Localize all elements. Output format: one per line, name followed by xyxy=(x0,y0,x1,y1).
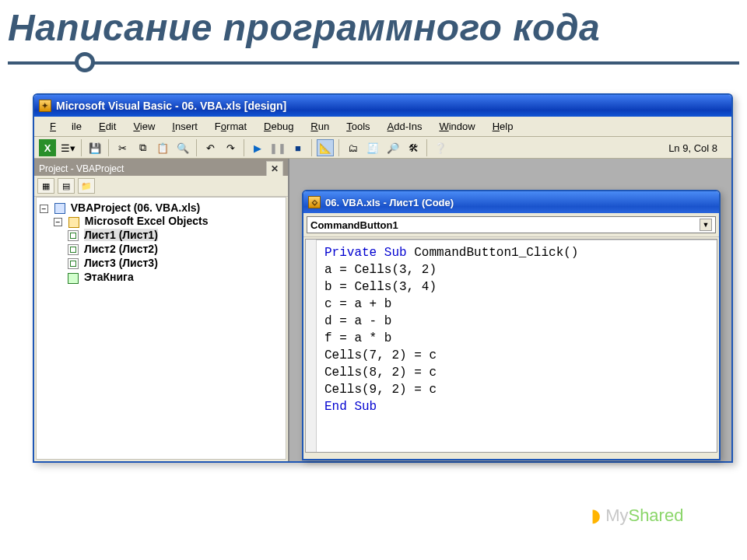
chevron-down-icon[interactable]: ▼ xyxy=(700,219,712,231)
collapse-icon[interactable]: − xyxy=(54,218,62,226)
cut-icon[interactable]: ✂ xyxy=(114,139,131,156)
menu-file[interactable]: File xyxy=(42,119,89,134)
find-icon[interactable]: 🔍 xyxy=(174,139,191,156)
project-explorer-icon[interactable]: 🗂 xyxy=(344,139,361,156)
code-header-row: CommandButton1 ▼ xyxy=(303,213,719,237)
tree-node-sheet3[interactable]: Лист3 (Лист3) xyxy=(68,256,284,270)
tree-project-root[interactable]: − VBAProject (06. VBA.xls) − Microsoft E… xyxy=(40,201,284,286)
sheet-icon xyxy=(68,230,79,241)
paste-icon[interactable]: 📋 xyxy=(154,139,171,156)
menu-edit[interactable]: Edit xyxy=(91,119,124,134)
code-window: ◇ 06. VBA.xls - Лист1 (Code) CommandButt… xyxy=(302,190,721,460)
project-panel: Project - VBAProject ✕ ▦ ▤ 📁 − VBAProjec… xyxy=(34,159,289,461)
code-window-icon: ◇ xyxy=(308,196,321,208)
menu-tools[interactable]: Tools xyxy=(338,119,377,134)
menubar: File Edit View Insert Format Debug Run T… xyxy=(34,117,731,137)
tree-group-objects[interactable]: − Microsoft Excel Objects Лист1 (Лист1) xyxy=(54,214,284,285)
project-panel-toolbar: ▦ ▤ 📁 xyxy=(34,176,288,197)
stop-icon[interactable]: ■ xyxy=(289,139,307,156)
menu-format[interactable]: Format xyxy=(207,119,254,134)
design-mode-icon[interactable]: 📐 xyxy=(317,139,334,156)
view-code-icon[interactable]: ▦ xyxy=(37,178,54,194)
view-object-icon[interactable]: ▤ xyxy=(58,178,75,194)
vbe-titlebar[interactable]: ✦ Microsoft Visual Basic - 06. VBA.xls [… xyxy=(34,95,731,117)
folder-icon xyxy=(68,217,79,228)
code-area[interactable]: Private Sub CommandButton1_Click()a = Ce… xyxy=(305,239,717,453)
code-margin xyxy=(306,240,317,452)
collapse-icon[interactable]: − xyxy=(40,205,48,213)
menu-view[interactable]: View xyxy=(125,119,163,134)
undo-icon[interactable]: ↶ xyxy=(202,139,219,156)
tree-node-sheet1[interactable]: Лист1 (Лист1) xyxy=(68,228,284,242)
object-dropdown[interactable]: CommandButton1 ▼ xyxy=(307,216,716,233)
pause-icon[interactable]: ❚❚ xyxy=(269,139,286,156)
project-panel-title[interactable]: Project - VBAProject ✕ xyxy=(34,159,288,176)
slide-rule-dot xyxy=(75,52,95,72)
close-icon[interactable]: ✕ xyxy=(266,161,283,177)
code-window-title: 06. VBA.xls - Лист1 (Code) xyxy=(325,197,454,208)
tree-node-thisworkbook[interactable]: ЭтаКнига xyxy=(68,270,284,284)
object-dropdown-value: CommandButton1 xyxy=(310,219,398,231)
project-icon xyxy=(54,203,65,214)
toolbar: X ☰▾ 💾 ✂ ⧉ 📋 🔍 ↶ ↷ ▶ ❚❚ ■ 📐 🗂 🧾 🔎 🛠 ❔ Ln… xyxy=(34,137,731,159)
vbe-title-text: Microsoft Visual Basic - 06. VBA.xls [de… xyxy=(56,100,286,112)
properties-icon[interactable]: 🧾 xyxy=(364,139,381,156)
toolbox-icon[interactable]: 🛠 xyxy=(405,139,422,156)
insert-icon[interactable]: ☰▾ xyxy=(59,139,76,156)
menu-insert[interactable]: Insert xyxy=(164,119,205,134)
folder-view-icon[interactable]: 📁 xyxy=(78,178,95,194)
watermark: ◗ MyShared xyxy=(591,506,683,526)
copy-icon[interactable]: ⧉ xyxy=(134,139,151,156)
sheet-icon xyxy=(68,244,79,255)
vbe-app-icon: ✦ xyxy=(39,100,51,112)
menu-addins[interactable]: Add-Ins xyxy=(380,119,430,134)
slide-rule xyxy=(8,55,739,69)
menu-window[interactable]: Window xyxy=(431,119,482,134)
menu-help[interactable]: Help xyxy=(485,119,521,134)
caret-position: Ln 9, Col 8 xyxy=(668,142,727,154)
menu-debug[interactable]: Debug xyxy=(256,119,301,134)
excel-icon[interactable]: X xyxy=(39,139,56,156)
project-panel-title-text: Project - VBAProject xyxy=(39,163,124,174)
code-text[interactable]: Private Sub CommandButton1_Click()a = Ce… xyxy=(306,240,717,415)
menu-run[interactable]: Run xyxy=(303,119,337,134)
redo-icon[interactable]: ↷ xyxy=(222,139,239,156)
help-icon[interactable]: ❔ xyxy=(432,139,449,156)
slide-title: Написание программного кода xyxy=(0,0,747,51)
project-tree[interactable]: − VBAProject (06. VBA.xls) − Microsoft E… xyxy=(36,197,286,460)
object-browser-icon[interactable]: 🔎 xyxy=(384,139,402,156)
tree-node-sheet2[interactable]: Лист2 (Лист2) xyxy=(68,242,284,256)
save-icon[interactable]: 💾 xyxy=(86,139,103,156)
sheet-icon xyxy=(68,258,79,269)
run-icon[interactable]: ▶ xyxy=(249,139,266,156)
workbook-icon xyxy=(68,273,79,284)
code-window-titlebar[interactable]: ◇ 06. VBA.xls - Лист1 (Code) xyxy=(303,191,719,213)
